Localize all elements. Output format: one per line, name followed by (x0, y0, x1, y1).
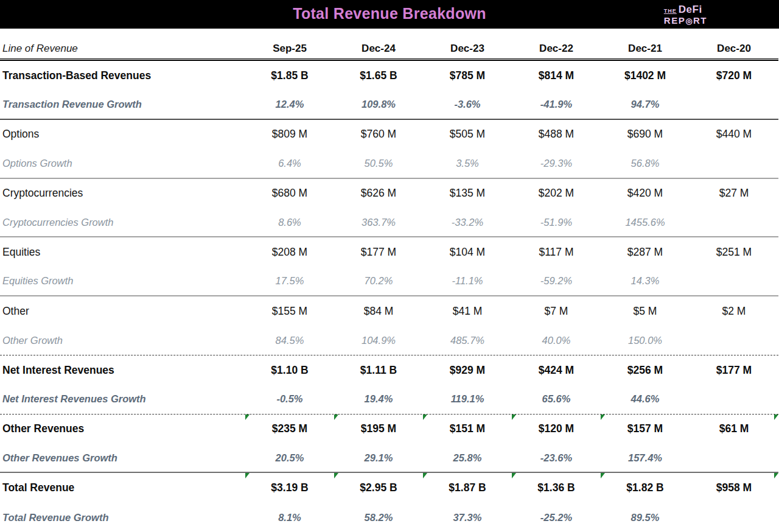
data-cell: $1.65 B (334, 69, 423, 82)
data-cell: 104.9% (334, 335, 423, 346)
green-flag-icon (423, 415, 427, 420)
table-row-net-interest-revenues-growth: Net Interest Revenues Growth-0.5%19.4%11… (0, 385, 778, 414)
data-cell: $1402 M (601, 69, 690, 82)
data-cell: $27 M (690, 187, 778, 200)
data-cell: $104 M (423, 246, 512, 259)
logo-target-o-icon: ◎ (685, 16, 693, 26)
data-cell: $177 M (690, 364, 778, 377)
data-cell: $505 M (423, 128, 512, 141)
row-label: Options Growth (0, 158, 245, 169)
data-cell: $120 M (512, 422, 601, 435)
data-cell: $1.36 B (512, 481, 601, 494)
data-cell: $929 M (423, 364, 512, 377)
data-cell: 12.4% (245, 99, 334, 110)
data-cell: 6.4% (245, 158, 334, 169)
table-row-transaction-based-revenues: Transaction-Based Revenues$1.85 B$1.65 B… (0, 61, 778, 90)
data-cell: 89.5% (601, 512, 690, 523)
green-flag-icon (512, 473, 516, 478)
data-cell: $814 M (512, 69, 601, 82)
data-cell: $151 M (423, 422, 512, 435)
row-label: Transaction Revenue Growth (0, 99, 245, 110)
data-cell: $1.10 B (245, 364, 334, 377)
data-cell: $1.11 B (334, 364, 423, 377)
data-cell: 94.7% (601, 99, 690, 110)
table-row-cryptocurrencies: Cryptocurrencies$680 M$626 M$135 M$202 M… (0, 179, 778, 208)
data-cell: 58.2% (334, 512, 423, 523)
data-cell: $420 M (601, 187, 690, 200)
data-cell: $5 M (601, 305, 690, 318)
data-cell: $690 M (601, 128, 690, 141)
data-cell: 25.8% (423, 452, 512, 464)
data-cell: $61 M (690, 422, 778, 435)
data-cell: 50.5% (334, 158, 423, 169)
data-cell: $117 M (512, 246, 601, 259)
green-flag-icon (245, 473, 250, 478)
data-cell: $84 M (334, 305, 423, 318)
logo-the-label: THE (664, 9, 677, 14)
data-cell: $1.87 B (423, 481, 512, 494)
table-row-other-revenues-growth: Other Revenues Growth20.5%29.1%25.8%-23.… (0, 444, 778, 473)
data-cell: 3.5% (423, 158, 512, 169)
table-row-options-growth: Options Growth6.4%50.5%3.5%-29.3%56.8% (0, 149, 778, 178)
data-cell: 109.8% (334, 99, 423, 110)
row-label: Other Growth (0, 335, 245, 346)
data-cell: -25.2% (512, 512, 601, 523)
column-header-dec-21: Dec-21 (601, 43, 690, 55)
row-label: Total Revenue (0, 481, 245, 494)
data-cell: $424 M (512, 364, 601, 377)
data-cell: $135 M (423, 187, 512, 200)
data-cell: 119.1% (423, 393, 512, 405)
data-cell: $177 M (334, 246, 423, 259)
data-cell: -3.6% (423, 99, 512, 110)
data-cell: $785 M (423, 69, 512, 82)
data-cell: 363.7% (334, 217, 423, 228)
data-cell: $626 M (334, 187, 423, 200)
row-label-header: Line of Revenue (0, 43, 245, 55)
data-cell: 29.1% (334, 452, 423, 464)
green-flag-icon (334, 415, 338, 420)
data-cell: $3.19 B (245, 481, 334, 494)
data-cell: 37.3% (423, 512, 512, 523)
table-row-equities-growth: Equities Growth17.5%70.2%-11.1%-59.2%14.… (0, 267, 778, 296)
column-header-dec-20: Dec-20 (690, 43, 778, 55)
green-flag-icon (601, 473, 605, 478)
table-row-transaction-revenue-growth: Transaction Revenue Growth12.4%109.8%-3.… (0, 90, 778, 119)
column-header-dec-24: Dec-24 (334, 43, 423, 55)
data-cell: $251 M (690, 246, 778, 259)
row-label: Total Revenue Growth (0, 512, 245, 523)
data-cell: 84.5% (245, 335, 334, 346)
defi-report-logo: THE DeFi REP◎RT (664, 4, 707, 26)
data-cell: $208 M (245, 246, 334, 259)
data-cell: $2.95 B (334, 481, 423, 494)
row-label: Options (0, 128, 245, 141)
data-cell: -0.5% (245, 393, 334, 405)
row-label: Other Revenues Growth (0, 452, 245, 464)
data-cell: -41.9% (512, 99, 601, 110)
data-cell: 56.8% (601, 158, 690, 169)
green-flag-icon (334, 473, 338, 478)
data-cell: $958 M (690, 481, 778, 494)
table-row-total-revenue: Total Revenue$3.19 B$2.95 B$1.87 B$1.36 … (0, 473, 778, 502)
data-cell: $1.82 B (601, 481, 690, 494)
data-cell: $7 M (512, 305, 601, 318)
data-cell: $195 M (334, 422, 423, 435)
table-row-other: Other$155 M$84 M$41 M$7 M$5 M$2 M (0, 296, 778, 326)
logo-defi-label: DeFi (679, 4, 702, 15)
table-row-other-growth: Other Growth84.5%104.9%485.7%40.0%150.0% (0, 326, 778, 355)
row-label: Equities (0, 246, 245, 259)
data-cell: 65.6% (512, 393, 601, 405)
data-cell: 44.6% (601, 393, 690, 405)
logo-report-label: REP◎RT (664, 16, 707, 26)
data-cell: 8.1% (245, 512, 334, 523)
data-cell: 157.4% (601, 452, 690, 464)
table-header-row: Line of Revenue Sep-25 Dec-24 Dec-23 Dec… (0, 29, 778, 59)
green-flag-icon (601, 415, 605, 420)
column-header-sep-25: Sep-25 (245, 43, 334, 55)
table-body: Transaction-Based Revenues$1.85 B$1.65 B… (0, 61, 779, 532)
data-cell: -11.1% (423, 275, 512, 287)
data-cell: 20.5% (245, 452, 334, 464)
data-cell: $202 M (512, 187, 601, 200)
data-cell: $809 M (245, 128, 334, 141)
data-cell: $1.85 B (245, 69, 334, 82)
top-banner: Total Revenue Breakdown THE DeFi REP◎RT (0, 0, 779, 29)
